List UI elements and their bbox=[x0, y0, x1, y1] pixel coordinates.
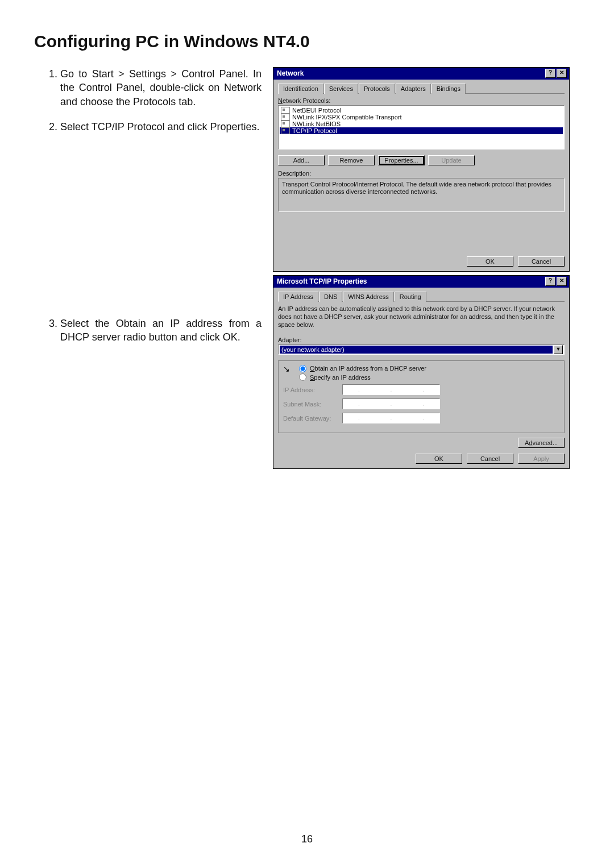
page-title: Configuring PC in Windows NT4.0 bbox=[34, 32, 580, 51]
tab-routing[interactable]: Routing bbox=[395, 292, 426, 302]
protocol-list-label: Network Protocols: bbox=[278, 97, 565, 104]
tcpip-titlebar: Microsoft TCP/IP Properties ? ✕ bbox=[273, 276, 569, 288]
radio-dhcp-label: btain an IP address from a DHCP server bbox=[315, 365, 426, 372]
tab-ipaddress[interactable]: IP Address bbox=[278, 292, 318, 302]
ip-mode-radio-group: Obtain an IP address from a DHCP server … bbox=[278, 360, 565, 433]
description-text: Transport Control Protocol/Internet Prot… bbox=[278, 178, 565, 212]
step-2: Select TCP/IP Protocol and click Propert… bbox=[60, 120, 262, 134]
instructions-column: Go to Start > Settings > Control Panel. … bbox=[34, 67, 273, 356]
protocol-icon bbox=[281, 114, 290, 121]
advanced-button[interactable]: Advanced... bbox=[518, 438, 565, 448]
radio-specify-label: pecify an IP address bbox=[314, 374, 370, 381]
network-tabs: Identification Services Protocols Adapte… bbox=[278, 83, 565, 94]
step-1: Go to Start > Settings > Control Panel. … bbox=[60, 67, 262, 109]
chevron-down-icon[interactable]: ▼ bbox=[554, 345, 563, 354]
adapter-selected-value: (your network adapter) bbox=[280, 346, 553, 354]
protocol-item-label: NWLink NetBIOS bbox=[292, 121, 341, 127]
page-number: 16 bbox=[0, 833, 614, 845]
ok-button[interactable]: OK bbox=[416, 454, 462, 464]
ip-address-field[interactable]: ... bbox=[342, 384, 440, 395]
protocol-icon bbox=[281, 107, 290, 114]
help-icon[interactable]: ? bbox=[545, 69, 555, 78]
subnet-mask-field[interactable]: ... bbox=[342, 398, 440, 409]
network-dialog: Network ? ✕ Identification Services Prot… bbox=[273, 67, 570, 272]
radio-dhcp[interactable] bbox=[299, 365, 306, 372]
cancel-button[interactable]: Cancel bbox=[518, 256, 565, 267]
radio-specify[interactable] bbox=[299, 373, 306, 381]
tab-adapters[interactable]: Adapters bbox=[396, 84, 431, 94]
tab-dns[interactable]: DNS bbox=[319, 292, 342, 302]
properties-button[interactable]: Properties... bbox=[378, 155, 425, 165]
tcpip-dialog: Microsoft TCP/IP Properties ? ✕ IP Addre… bbox=[273, 275, 570, 469]
protocol-listbox[interactable]: NetBEUI Protocol NWLink IPX/SPX Compatib… bbox=[278, 105, 565, 149]
protocol-item[interactable]: NWLink NetBIOS bbox=[280, 121, 563, 127]
tab-wins[interactable]: WINS Address bbox=[343, 292, 394, 302]
protocol-item[interactable]: NetBEUI Protocol bbox=[280, 107, 563, 114]
default-gateway-label: Default Gateway: bbox=[283, 415, 340, 422]
help-icon[interactable]: ? bbox=[545, 277, 555, 286]
cancel-button[interactable]: Cancel bbox=[467, 454, 513, 464]
protocol-item[interactable]: NWLink IPX/SPX Compatible Transport bbox=[280, 114, 563, 121]
apply-button[interactable]: Apply bbox=[518, 454, 565, 464]
tab-identification[interactable]: Identification bbox=[278, 84, 323, 94]
step-3: Select the Obtain an IP address from a D… bbox=[60, 317, 262, 344]
default-gateway-field[interactable]: ... bbox=[342, 413, 440, 423]
ok-button[interactable]: OK bbox=[467, 256, 513, 267]
step-list-2: Select the Obtain an IP address from a D… bbox=[34, 317, 262, 344]
description-label: Description: bbox=[278, 170, 565, 177]
update-button[interactable]: Update bbox=[428, 155, 475, 165]
protocol-item-label: TCP/IP Protocol bbox=[292, 127, 337, 134]
protocol-icon bbox=[281, 121, 290, 127]
tcpip-tabs: IP Address DNS WINS Address Routing bbox=[278, 291, 565, 302]
tab-bindings[interactable]: Bindings bbox=[432, 84, 466, 94]
adapter-label: Adapter: bbox=[278, 337, 565, 343]
add-button[interactable]: Add... bbox=[278, 155, 325, 165]
remove-button[interactable]: Remove bbox=[328, 155, 375, 165]
network-titlebar: Network ? ✕ bbox=[273, 68, 569, 80]
protocol-item-label: NWLink IPX/SPX Compatible Transport bbox=[292, 114, 402, 121]
protocol-item-label: NetBEUI Protocol bbox=[292, 107, 341, 114]
tcpip-dialog-title: Microsoft TCP/IP Properties bbox=[277, 277, 367, 285]
tcpip-info-text: An IP address can be automatically assig… bbox=[278, 305, 565, 329]
adapter-dropdown[interactable]: (your network adapter) ▼ bbox=[278, 344, 565, 355]
close-icon[interactable]: ✕ bbox=[557, 277, 567, 286]
step-list: Go to Start > Settings > Control Panel. … bbox=[34, 67, 262, 134]
tab-services[interactable]: Services bbox=[324, 84, 358, 94]
close-icon[interactable]: ✕ bbox=[557, 69, 567, 78]
network-dialog-title: Network bbox=[277, 69, 304, 77]
pointer-icon bbox=[283, 364, 293, 372]
protocol-item-selected[interactable]: TCP/IP Protocol bbox=[280, 127, 563, 134]
protocol-icon bbox=[281, 127, 290, 134]
tab-protocols[interactable]: Protocols bbox=[359, 84, 395, 94]
ip-address-label: IP Address: bbox=[283, 387, 340, 393]
subnet-mask-label: Subnet Mask: bbox=[283, 401, 340, 408]
